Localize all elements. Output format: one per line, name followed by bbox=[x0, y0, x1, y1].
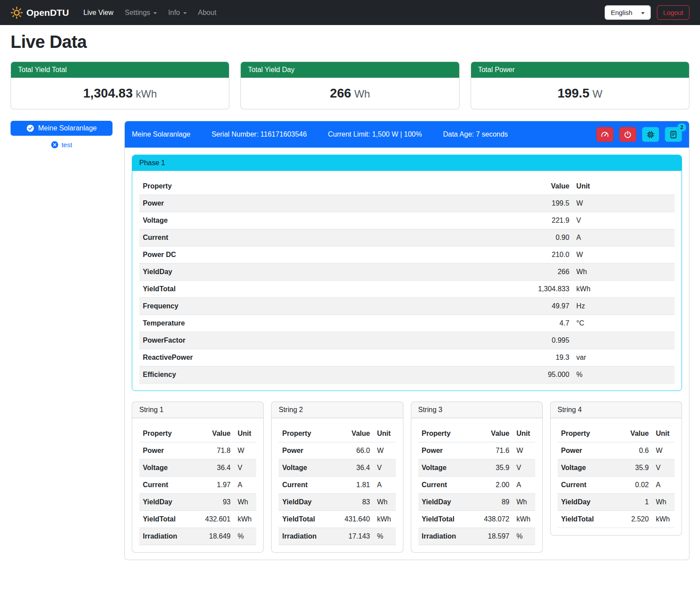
string-title: String 3 bbox=[411, 402, 542, 418]
table-row: ReactivePower19.3var bbox=[139, 349, 675, 366]
table-row: Current1.97A bbox=[139, 477, 256, 494]
brand-label: OpenDTU bbox=[26, 7, 69, 18]
unit-cell: % bbox=[513, 528, 535, 545]
phase-table: Property Value Unit Power199.5WVoltage22… bbox=[139, 178, 675, 384]
table-header-row: Property Value Unit bbox=[279, 425, 395, 442]
column-unit: Unit bbox=[234, 425, 257, 442]
nav-item-info[interactable]: Info bbox=[163, 5, 192, 20]
table-row: Irradiation17.143% bbox=[279, 528, 395, 545]
inverter-serial: Serial Number: 116171603546 bbox=[211, 130, 307, 138]
unit-cell: kWh bbox=[573, 281, 675, 298]
column-property: Property bbox=[139, 178, 399, 195]
value-cell: 432.601 bbox=[192, 511, 234, 528]
value-cell: 66.0 bbox=[332, 442, 374, 460]
property-cell: Power DC bbox=[139, 246, 399, 264]
unit-cell: A bbox=[573, 229, 675, 246]
column-property: Property bbox=[418, 425, 472, 442]
table-row: YieldTotal438.072kWh bbox=[418, 511, 535, 528]
nav-item-about[interactable]: About bbox=[193, 5, 221, 20]
unit-cell: Wh bbox=[374, 494, 396, 511]
inverter-header: Meine Solaranlage Serial Number: 1161716… bbox=[125, 121, 689, 148]
value-cell: 49.97 bbox=[399, 298, 573, 315]
unit-cell: kWh bbox=[513, 511, 535, 528]
summary-card-total-power: Total Power 199.5W bbox=[471, 62, 689, 109]
inverter-current-limit: Current Limit: 1,500 W | 100% bbox=[328, 130, 422, 138]
journal-icon bbox=[669, 130, 678, 139]
value-cell: 36.4 bbox=[192, 460, 234, 477]
limit-settings-button[interactable] bbox=[596, 127, 613, 142]
table-row: Power0.6W bbox=[558, 442, 675, 460]
table-row: Power71.6W bbox=[418, 442, 535, 460]
table-row: Temperature4.7°C bbox=[139, 315, 675, 332]
nav-item-settings[interactable]: Settings bbox=[120, 5, 162, 20]
table-row: Efficiency95.000% bbox=[139, 366, 675, 384]
column-property: Property bbox=[558, 425, 616, 442]
nav-item-live-view[interactable]: Live View bbox=[79, 5, 118, 20]
string-table: Property Value Unit Power71.6WVoltage35.… bbox=[418, 425, 535, 545]
summary-card-body: 1,304.83kWh bbox=[11, 78, 229, 109]
string-body: Property Value Unit Power71.8WVoltage36.… bbox=[132, 418, 263, 552]
string-table: Property Value Unit Power66.0WVoltage36.… bbox=[279, 425, 395, 545]
x-circle-icon bbox=[51, 141, 58, 148]
unit-cell: A bbox=[374, 477, 396, 494]
property-cell: Current bbox=[418, 477, 472, 494]
property-cell: ReactivePower bbox=[139, 349, 399, 366]
table-header-row: Property Value Unit bbox=[558, 425, 675, 442]
value-cell: 0.02 bbox=[615, 477, 652, 494]
table-row: Current2.00A bbox=[418, 477, 535, 494]
value-cell: 18.597 bbox=[471, 528, 513, 545]
value-cell: 221.9 bbox=[399, 212, 573, 229]
table-row: Current0.02A bbox=[558, 477, 675, 494]
table-row: Voltage36.4V bbox=[279, 460, 395, 477]
device-info-button[interactable] bbox=[642, 127, 659, 142]
property-cell: Temperature bbox=[139, 315, 399, 332]
language-label: English bbox=[611, 9, 632, 16]
value-cell: 199.5 bbox=[399, 195, 573, 212]
summary-cards-row: Total Yield Total 1,304.83kWh Total Yiel… bbox=[11, 62, 689, 109]
column-value: Value bbox=[192, 425, 234, 442]
table-row: Frequency49.97Hz bbox=[139, 298, 675, 315]
table-row: Power71.8W bbox=[139, 442, 256, 460]
inverter-test-link[interactable]: test bbox=[11, 141, 112, 148]
language-select[interactable]: English bbox=[605, 5, 651, 20]
summary-value: 199.5 bbox=[558, 86, 590, 100]
unit-cell: A bbox=[234, 477, 257, 494]
unit-cell: V bbox=[652, 460, 675, 477]
value-cell: 95.000 bbox=[399, 366, 573, 384]
unit-cell: Wh bbox=[652, 494, 675, 511]
value-cell: 71.6 bbox=[471, 442, 513, 460]
unit-cell: Hz bbox=[573, 298, 675, 315]
property-cell: Current bbox=[139, 229, 399, 246]
unit-cell: var bbox=[573, 349, 675, 366]
property-cell: Voltage bbox=[418, 460, 472, 477]
value-cell: 35.9 bbox=[471, 460, 513, 477]
chevron-down-icon bbox=[183, 12, 187, 14]
logout-button[interactable]: Logout bbox=[657, 5, 689, 20]
main-row: Meine Solaranlage test Meine Solaranlage… bbox=[11, 121, 689, 560]
table-header-row: Property Value Unit bbox=[139, 425, 256, 442]
phase-body: Property Value Unit Power199.5WVoltage22… bbox=[132, 171, 682, 391]
value-cell: 0.995 bbox=[399, 332, 573, 349]
property-cell: Irradiation bbox=[279, 528, 332, 545]
value-cell: 210.0 bbox=[399, 246, 573, 264]
brand[interactable]: OpenDTU bbox=[11, 7, 69, 19]
table-row: YieldTotal2.520kWh bbox=[558, 511, 675, 528]
power-icon bbox=[624, 130, 632, 139]
property-cell: PowerFactor bbox=[139, 332, 399, 349]
column-property: Property bbox=[279, 425, 332, 442]
summary-card-title: Total Yield Total bbox=[11, 62, 229, 78]
string-card-2: String 2 Property Value Unit bbox=[271, 402, 403, 553]
string-table: Property Value Unit Power71.8WVoltage36.… bbox=[139, 425, 256, 545]
inverter-selector: Meine Solaranlage test bbox=[11, 121, 112, 148]
string-body: Property Value Unit Power71.6WVoltage35.… bbox=[411, 418, 542, 552]
table-row: Current1.81A bbox=[279, 477, 395, 494]
power-button[interactable] bbox=[619, 127, 636, 142]
property-cell: Current bbox=[279, 477, 332, 494]
inverter-select-button[interactable]: Meine Solaranlage bbox=[11, 121, 112, 136]
chevron-down-icon bbox=[153, 12, 157, 14]
event-log-button[interactable]: 2 bbox=[665, 127, 682, 142]
unit-cell: Wh bbox=[513, 494, 535, 511]
unit-cell: A bbox=[513, 477, 535, 494]
column-value: Value bbox=[399, 178, 573, 195]
table-row: YieldDay83Wh bbox=[279, 494, 395, 511]
